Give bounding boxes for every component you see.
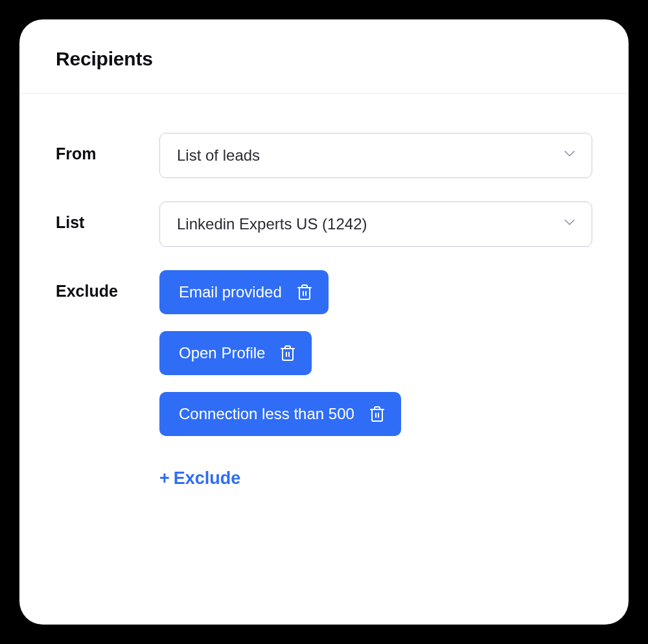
recipients-card: Recipients From List of leads List (19, 19, 629, 625)
card-header: Recipients (19, 19, 629, 94)
form-row-from: From List of leads (56, 133, 592, 178)
trash-icon[interactable] (279, 344, 296, 362)
exclude-chip[interactable]: Open Profile (159, 331, 312, 375)
list-select[interactable]: Linkedin Experts US (1242) (159, 201, 592, 247)
chevron-down-icon (564, 219, 575, 229)
chevron-down-icon (564, 150, 575, 161)
card-title: Recipients (56, 48, 592, 70)
exclude-chip[interactable]: Connection less than 500 (159, 392, 401, 436)
exclude-chip-label: Connection less than 500 (179, 405, 354, 423)
form-row-list: List Linkedin Experts US (1242) (56, 201, 592, 247)
exclude-label: Exclude (56, 270, 159, 301)
exclude-chip-label: Email provided (179, 283, 282, 301)
from-select-value: List of leads (177, 146, 260, 165)
exclude-control-wrap: Email provided Open Prof (159, 270, 592, 489)
list-select-value: Linkedin Experts US (1242) (177, 215, 367, 233)
add-exclude-button[interactable]: + Exclude (159, 468, 240, 489)
trash-icon[interactable] (369, 405, 386, 423)
trash-icon[interactable] (296, 283, 313, 301)
card-body: From List of leads List Linkedin Experts… (19, 94, 629, 538)
list-control-wrap: Linkedin Experts US (1242) (159, 201, 592, 247)
plus-icon: + (159, 470, 170, 487)
from-control-wrap: List of leads (159, 133, 592, 178)
from-label: From (56, 133, 159, 163)
add-exclude-label: Exclude (174, 468, 241, 489)
exclude-chips: Email provided Open Prof (159, 270, 592, 436)
exclude-chip-label: Open Profile (179, 344, 265, 362)
list-label: List (56, 201, 159, 232)
form-row-exclude: Exclude Email provided (56, 270, 592, 489)
exclude-chip[interactable]: Email provided (159, 270, 329, 314)
from-select[interactable]: List of leads (159, 133, 592, 178)
